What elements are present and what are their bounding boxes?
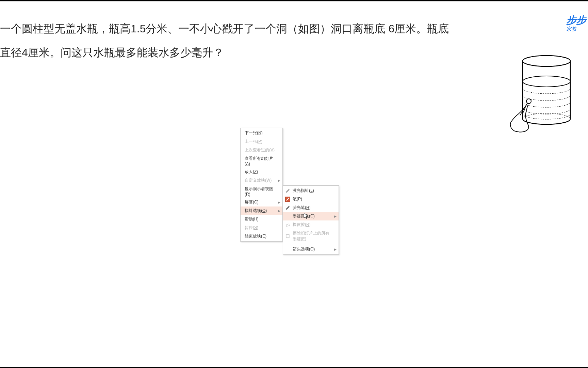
svg-line-5 xyxy=(286,189,289,192)
laser-icon xyxy=(285,188,290,193)
cylinder-illustration xyxy=(509,54,577,139)
submenu-arrow-options[interactable]: 箭头选项(O) ▶ xyxy=(283,245,339,254)
submenu-highlighter[interactable]: 荧光笔(H) xyxy=(283,203,339,212)
brand-logo: 步步 家教 xyxy=(566,13,588,32)
submenu-laser-pointer[interactable]: 激光指针(L) xyxy=(283,186,339,195)
mouse-cursor xyxy=(304,213,309,219)
menu-last-viewed: 上次查看过的(V) xyxy=(241,146,282,154)
menu-presenter-view[interactable]: 显示演示者视图(R) xyxy=(241,185,282,198)
menu-help[interactable]: 帮助(H) xyxy=(241,215,282,224)
menu-zoom-in[interactable]: 放大(Z) xyxy=(241,168,282,176)
logo-main-text: 步步 xyxy=(566,13,588,27)
menu-prev-slide: 上一张(P) xyxy=(241,137,282,146)
chevron-right-icon: ▶ xyxy=(278,209,280,213)
submenu-pen[interactable]: 笔(P) xyxy=(283,195,339,203)
svg-point-4 xyxy=(526,99,531,104)
menu-screen[interactable]: 屏幕(C)▶ xyxy=(241,198,282,206)
menu-see-all-slides[interactable]: 查看所有幻灯片(A) xyxy=(241,154,282,168)
chevron-right-icon: ▶ xyxy=(278,179,280,182)
menu-separator xyxy=(284,244,337,244)
question-text: 一个圆柱型无盖水瓶，瓶高1.5分米、一不小心戳开了一个洞（如图）洞口离瓶底 6厘… xyxy=(0,17,456,65)
svg-line-6 xyxy=(287,198,289,200)
menu-end-show[interactable]: 结束放映(E) xyxy=(241,232,282,241)
svg-rect-8 xyxy=(286,224,290,226)
chevron-right-icon: ▶ xyxy=(334,215,337,218)
svg-point-0 xyxy=(523,56,570,66)
submenu-erase-all-ink: 擦除幻灯片上的所有墨迹(E) xyxy=(283,229,339,243)
menu-pointer-options[interactable]: 指针选项(O)▶ xyxy=(241,206,282,215)
context-menu[interactable]: 下一张(N) 上一张(P) 上次查看过的(V) 查看所有幻灯片(A) 放大(Z)… xyxy=(240,128,283,242)
chevron-right-icon: ▶ xyxy=(334,248,337,251)
highlighter-icon xyxy=(285,205,290,210)
menu-pause: 暂停(S) xyxy=(241,224,282,232)
question-line1: 一个圆柱型无盖水瓶，瓶高1.5分米、一不小心戳开了一个洞（如图）洞口离瓶底 xyxy=(0,22,385,35)
pen-icon xyxy=(285,197,290,202)
erase-all-icon xyxy=(285,234,290,239)
pointer-submenu[interactable]: 激光指针(L) 笔(P) 荧光笔(H) 墨迹颜色(C) ▶ 橡皮擦(R) 擦除幻… xyxy=(283,185,339,255)
menu-next-slide[interactable]: 下一张(N) xyxy=(241,129,282,137)
svg-line-7 xyxy=(286,206,289,209)
eraser-icon xyxy=(285,222,290,227)
svg-rect-9 xyxy=(286,235,289,238)
menu-custom-show: 自定义放映(W)▶ xyxy=(241,176,282,185)
submenu-eraser: 橡皮擦(R) xyxy=(283,220,339,229)
chevron-right-icon: ▶ xyxy=(278,201,280,204)
svg-point-3 xyxy=(523,76,570,87)
submenu-ink-color[interactable]: 墨迹颜色(C) ▶ xyxy=(283,212,339,220)
